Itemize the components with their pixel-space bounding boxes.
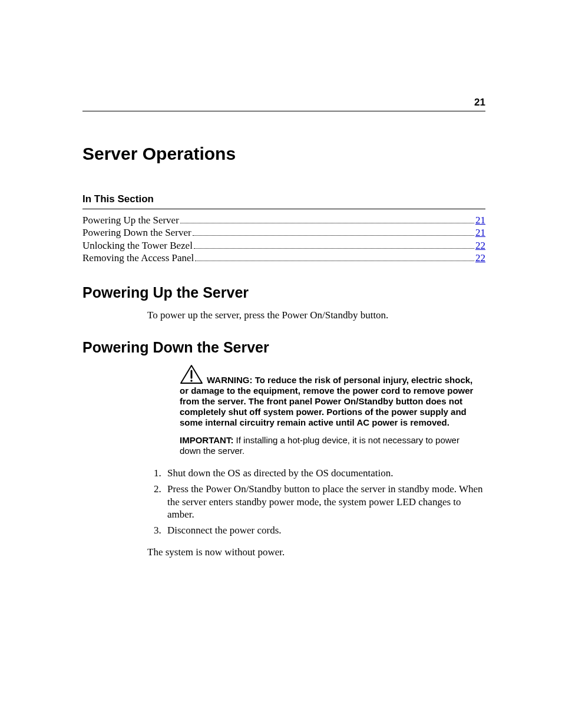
list-item: Disconnect the power cords.: [164, 524, 485, 536]
list-item: Press the Power On/Standby button to pla…: [164, 483, 485, 521]
toc-leader: [180, 218, 474, 223]
toc-page-link[interactable]: 22: [475, 252, 485, 264]
paragraph: The system is now without power.: [147, 546, 485, 558]
page-title: Server Operations: [82, 144, 485, 164]
warning-label: WARNING:: [207, 375, 255, 385]
toc-title: Removing the Access Panel: [82, 252, 194, 264]
toc-entry: Removing the Access Panel 22: [82, 252, 485, 264]
toc-page-link[interactable]: 22: [475, 239, 485, 252]
table-of-contents: Powering Up the Server 21 Powering Down …: [82, 209, 485, 264]
toc-leader: [194, 242, 474, 248]
header-rule: [82, 111, 485, 111]
warning-note: WARNING: To reduce the risk of personal …: [180, 364, 480, 428]
important-label: IMPORTANT:: [180, 435, 236, 445]
section-powering-down: Powering Down the Server WARNING: To red…: [82, 339, 485, 558]
toc-entry: Powering Up the Server 21: [82, 214, 485, 226]
warning-triangle-icon: [180, 364, 203, 387]
svg-point-2: [190, 380, 192, 381]
list-item: Shut down the OS as directed by the OS d…: [164, 467, 485, 479]
paragraph: To power up the server, press the Power …: [147, 309, 485, 321]
toc-entry: Powering Down the Server 21: [82, 226, 485, 239]
toc-entry: Unlocking the Tower Bezel 22: [82, 239, 485, 252]
section-heading-powering-up: Powering Up the Server: [82, 284, 485, 301]
page-content: Server Operations In This Section Poweri…: [82, 144, 485, 568]
toc-title: Powering Down the Server: [82, 226, 191, 239]
toc-leader: [193, 230, 474, 236]
section-heading-powering-down: Powering Down the Server: [82, 339, 485, 356]
toc-title: Unlocking the Tower Bezel: [82, 239, 193, 252]
important-note: IMPORTANT: If installing a hot-plug devi…: [180, 435, 468, 456]
page-number: 21: [474, 97, 485, 108]
toc-page-link[interactable]: 21: [475, 226, 485, 239]
page: 21 Server Operations In This Section Pow…: [0, 0, 562, 728]
toc-leader: [195, 255, 474, 261]
ordered-steps-list: Shut down the OS as directed by the OS d…: [147, 467, 485, 536]
toc-page-link[interactable]: 21: [475, 214, 485, 226]
in-this-section-heading: In This Section: [82, 193, 485, 205]
toc-title: Powering Up the Server: [82, 214, 179, 226]
